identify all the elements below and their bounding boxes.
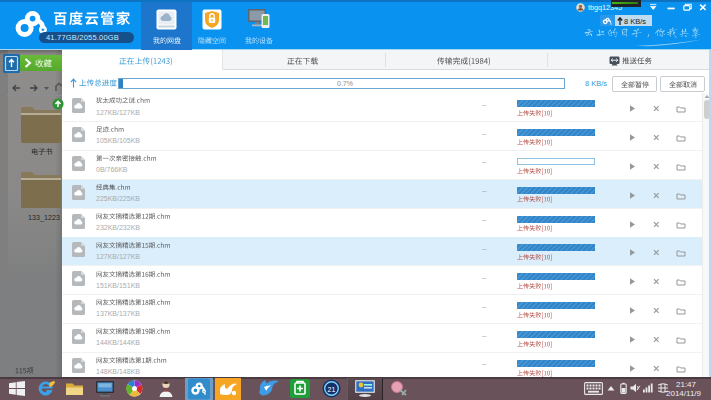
svg-text:21: 21 <box>328 386 336 393</box>
